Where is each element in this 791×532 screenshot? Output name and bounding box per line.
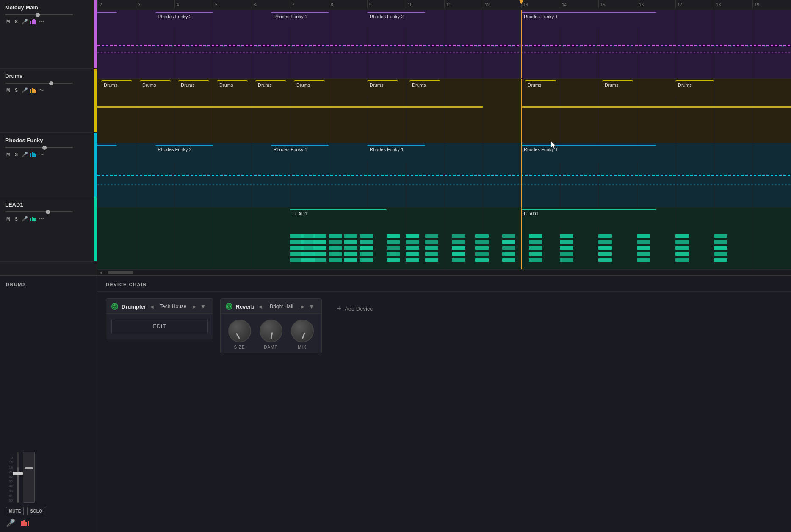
clip[interactable]: Rhodes Funky 1 bbox=[271, 145, 329, 162]
clip[interactable]: Rhodes Funky 1 bbox=[271, 12, 329, 29]
knob-indicator-size bbox=[235, 333, 240, 339]
knobs-row-reverb: SIZE DAMP MIX bbox=[221, 314, 321, 353]
preset-next-drumpler[interactable]: ▶ bbox=[192, 304, 197, 309]
preset-dropdown-reverb[interactable]: ▼ bbox=[307, 303, 316, 310]
track-controls-rhodes: M S 🎤 〜 bbox=[5, 152, 93, 157]
clip[interactable]: Drums bbox=[140, 80, 171, 97]
track-name-rhodes: Rhodes Funky bbox=[5, 137, 93, 143]
mic-icon-melody[interactable]: 🎤 bbox=[22, 19, 28, 25]
bars-icon-drums[interactable] bbox=[30, 87, 36, 93]
scrollbar-area[interactable]: ◀ bbox=[97, 269, 791, 275]
fader-thumb-main[interactable] bbox=[13, 472, 23, 475]
mic-icon-drums[interactable]: 🎤 bbox=[22, 87, 28, 93]
power-btn-reverb[interactable] bbox=[226, 303, 232, 310]
scroll-left-arrow[interactable]: ◀ bbox=[99, 270, 104, 275]
mute-btn-melody[interactable]: M bbox=[5, 19, 11, 25]
clip[interactable]: Rhodes Funky 1 bbox=[521, 145, 656, 162]
device-chain-title: DEVICE CHAIN bbox=[97, 276, 791, 292]
volume-thumb-drums[interactable] bbox=[49, 81, 53, 85]
clip[interactable]: Rhodes Funky 1 bbox=[521, 12, 656, 29]
clip[interactable]: Rhodes Funky 2 bbox=[367, 12, 425, 29]
clip[interactable]: Rhodes Funky 2 bbox=[155, 145, 213, 162]
bars-icon-rhodes[interactable] bbox=[30, 152, 36, 157]
mute-btn-drums[interactable]: M bbox=[5, 88, 11, 93]
solo-btn-rhodes[interactable]: S bbox=[14, 152, 19, 157]
add-device-button[interactable]: + Add Device bbox=[329, 298, 382, 319]
clip[interactable]: Rhodes Funky 1 bbox=[97, 12, 117, 29]
wave-icon-drums[interactable]: 〜 bbox=[39, 87, 44, 93]
small-fader-thumb[interactable] bbox=[25, 467, 33, 469]
fader-track-main[interactable] bbox=[17, 452, 19, 503]
volume-thumb-rhodes[interactable] bbox=[42, 146, 47, 150]
mixer-solo-button[interactable]: SOLO bbox=[27, 507, 45, 515]
track-controls-melody: M S 🎤 〜 bbox=[5, 19, 93, 25]
preset-prev-reverb[interactable]: ◀ bbox=[258, 304, 263, 309]
volume-track-drums[interactable] bbox=[5, 83, 73, 84]
svg-rect-5 bbox=[32, 88, 33, 93]
volume-thumb-lead[interactable] bbox=[46, 210, 50, 214]
svg-rect-19 bbox=[28, 521, 29, 526]
volume-track-rhodes[interactable] bbox=[5, 147, 73, 148]
mute-btn-lead[interactable]: M bbox=[5, 216, 11, 222]
preset-prev-drumpler[interactable]: ◀ bbox=[149, 304, 155, 309]
knob-size[interactable] bbox=[228, 320, 251, 342]
svg-rect-1 bbox=[32, 20, 33, 24]
knob-mix[interactable] bbox=[291, 320, 314, 342]
track-color-rhodes bbox=[94, 133, 97, 197]
volume-slider-row-lead[interactable] bbox=[5, 211, 93, 212]
wave-icon-lead[interactable]: 〜 bbox=[39, 216, 44, 222]
mic-icon-lead[interactable]: 🎤 bbox=[22, 216, 28, 222]
track-lane-lead1: LEAD1LEAD1 bbox=[97, 207, 791, 269]
clip[interactable]: Rhodes Funky 1 bbox=[367, 145, 425, 162]
mic-icon-rhodes[interactable]: 🎤 bbox=[22, 152, 28, 157]
clip[interactable]: Drums bbox=[675, 80, 714, 97]
wave-icon-rhodes[interactable]: 〜 bbox=[39, 152, 44, 157]
volume-thumb-melody[interactable] bbox=[36, 13, 40, 17]
power-btn-drumpler[interactable] bbox=[111, 303, 118, 310]
db-scale: 0 12 18 24 30 36 42 48 54 60 bbox=[4, 455, 13, 503]
mute-btn-rhodes[interactable]: M bbox=[5, 152, 11, 157]
svg-rect-16 bbox=[21, 521, 23, 526]
svg-rect-4 bbox=[30, 89, 31, 93]
track-headers: Melody Main M S 🎤 〜 Drums bbox=[0, 0, 97, 275]
clip[interactable]: Drums bbox=[294, 80, 325, 97]
clip[interactable]: Drums bbox=[178, 80, 209, 97]
volume-slider-row-drums[interactable] bbox=[5, 83, 93, 84]
clip[interactable]: Drums bbox=[255, 80, 286, 97]
scroll-thumb[interactable] bbox=[108, 271, 133, 274]
volume-slider-row-melody[interactable] bbox=[5, 14, 93, 15]
solo-btn-melody[interactable]: S bbox=[14, 19, 19, 25]
solo-btn-lead[interactable]: S bbox=[14, 216, 19, 222]
solo-btn-drums[interactable]: S bbox=[14, 88, 19, 93]
preset-dropdown-drumpler[interactable]: ▼ bbox=[199, 303, 208, 310]
clip[interactable]: Drums bbox=[525, 80, 556, 97]
bars-icon-melody[interactable] bbox=[30, 19, 36, 25]
clip[interactable]: Drums bbox=[217, 80, 248, 97]
bars-icon-lead[interactable] bbox=[30, 216, 36, 222]
svg-rect-9 bbox=[32, 152, 33, 157]
volume-track-lead[interactable] bbox=[5, 211, 73, 212]
knob-damp[interactable] bbox=[260, 320, 282, 342]
bars-icon-mixer[interactable] bbox=[21, 519, 29, 527]
clip[interactable]: Drums bbox=[101, 80, 132, 97]
volume-track-melody[interactable] bbox=[5, 14, 73, 15]
clip[interactable]: Drums bbox=[409, 80, 440, 97]
preset-nav-reverb: ◀ Bright Hall ▶ ▼ bbox=[258, 303, 316, 310]
volume-slider-row-rhodes[interactable] bbox=[5, 147, 93, 148]
svg-rect-11 bbox=[35, 154, 36, 157]
clip[interactable]: LEAD1 bbox=[290, 209, 387, 226]
preset-next-reverb[interactable]: ▶ bbox=[300, 304, 305, 309]
clip[interactable]: Drums bbox=[602, 80, 633, 97]
mic-icon-mixer[interactable]: 🎤 bbox=[6, 518, 15, 528]
track-color-lead bbox=[94, 197, 97, 261]
clip[interactable]: LEAD1 bbox=[521, 209, 656, 226]
clip[interactable]: Rhodes Funky 1 bbox=[97, 145, 117, 162]
clip[interactable]: Rhodes Funky 2 bbox=[155, 12, 213, 29]
edit-button-drumpler[interactable]: EDIT bbox=[111, 319, 208, 334]
midi-line-melody bbox=[97, 45, 791, 46]
small-fader-visual[interactable] bbox=[23, 452, 35, 503]
mixer-mute-button[interactable]: MUTE bbox=[6, 507, 24, 515]
track-lane-melody-main: Rhodes Funky 1Rhodes Funky 2Rhodes Funky… bbox=[97, 10, 791, 79]
clip[interactable]: Drums bbox=[367, 80, 398, 97]
wave-icon-melody[interactable]: 〜 bbox=[39, 19, 44, 25]
